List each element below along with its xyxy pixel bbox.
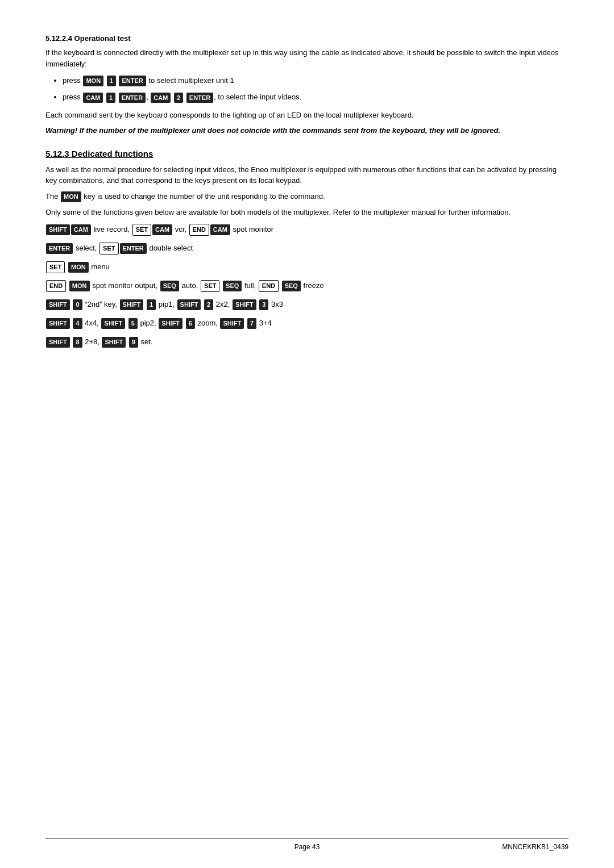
key-2-f5: 2 [204,299,213,310]
func-line-3: SET MON menu [45,260,569,274]
key-seq-f4a: SEQ [160,281,179,291]
func-line-5: SHIFT 0 “2nd” key, SHIFT 1 pip1, SHIFT 2… [45,297,569,312]
section-5123-para3: Only some of the functions given below a… [45,207,569,218]
page-content: 5.12.2.4 Operational test If the keyboar… [0,0,614,868]
text-f1b: vcr, [175,225,189,233]
footer-doc-id: MNNCEKRKB1_0439 [502,843,569,851]
key-5-f6: 5 [128,318,138,329]
text-f7b: set. [141,337,153,346]
key-mon-f4: MON [69,281,90,291]
text-f5d: 3x3 [271,300,283,308]
section-5122: 5.12.2.4 Operational test If the keyboar… [45,34,569,136]
key-set-f1: SET [132,224,151,236]
key-set-f4: SET [201,280,219,292]
section-5122-title: 5.12.2.4 Operational test [45,34,569,43]
key-enter-2: ENTER [119,93,146,103]
text-f3: menu [91,262,110,271]
key-shift-f5c: SHIFT [177,299,201,310]
text-f6b: pip2, [140,319,159,327]
section-5122-warning: Warning! If the number of the multiplexe… [45,125,569,136]
text-f2b: double select [149,244,193,252]
bullet-item-1: press MON 1 ENTER to select multiplexer … [63,74,569,87]
text-f2a: select, [76,244,99,252]
key-1-2: 1 [106,93,115,103]
text-f6d: 3+4 [259,319,272,327]
section-5123-title: 5.12.3 Dedicated functions [45,149,569,158]
key-shift-f6b: SHIFT [101,318,125,329]
key-9-f7: 9 [129,337,138,348]
key-mon-f3: MON [68,262,89,273]
bullet-list: press MON 1 ENTER to select multiplexer … [63,74,569,104]
section-5122-para2: Each command sent by the keyboard corres… [45,110,569,121]
key-shift-f6a: SHIFT [46,318,70,329]
text-f5c: 2x2, [216,300,232,308]
bullet-item-2: press CAM 1 ENTER, CAM 2 ENTER, to selec… [63,90,569,103]
key-end-f1: END [189,224,209,236]
key-enter-f2b: ENTER [120,243,147,254]
key-enter-1: ENTER [119,76,146,86]
key-cam-f1b: CAM [152,224,172,235]
key-2-1: 2 [174,93,183,103]
section-5122-para1: If the keyboard is connected directly wi… [45,47,569,69]
key-shift-f5a: SHIFT [46,299,70,310]
key-cam-f1: CAM [71,224,91,235]
key-shift-f6d: SHIFT [220,318,244,329]
key-shift-f1: SHIFT [46,224,70,235]
text-f6a: 4x4, [85,319,101,327]
key-1-1: 1 [107,76,116,86]
text-f4b: auto, [182,281,201,290]
section-5123-para2: The MON key is used to change the number… [45,191,569,202]
key-0-f5: 0 [73,299,82,310]
key-mon-1: MON [83,76,103,86]
text-f7a: 2+8, [85,337,101,346]
key-cam-1: CAM [83,93,103,103]
text-f5b: pip1, [159,300,177,308]
key-shift-f7a: SHIFT [46,337,70,348]
key-4-f6: 4 [73,318,82,329]
key-cam-f1c: CAM [210,224,230,235]
section-5123: 5.12.3 Dedicated functions As well as th… [45,149,569,349]
key-shift-f7b: SHIFT [102,337,126,348]
text-f4d: freeze [304,281,324,290]
section-5123-para1: As well as the normal procedure for sele… [45,164,569,186]
func-line-6: SHIFT 4 4x4, SHIFT 5 pip2, SHIFT 6 zoom,… [45,316,569,331]
key-end-f4: END [46,280,66,292]
key-set-f2: SET [99,243,118,254]
page-footer: Page 43 MNNCEKRKB1_0439 [45,838,569,851]
key-shift-f5b: SHIFT [120,299,144,310]
func-line-1: SHIFTCAM live record, SETCAM vcr, ENDCAM… [45,222,569,237]
key-7-f6: 7 [247,318,256,329]
footer-page-label: Page 43 [294,843,320,851]
key-cam-2: CAM [151,93,171,103]
key-mon-main: MON [61,191,81,202]
text-f4c: full, [244,281,258,290]
func-line-7: SHIFT 8 2+8, SHIFT 9 set. [45,335,569,349]
text-f4a: spot monitor output, [92,281,160,290]
key-end-f4b: END [259,280,279,292]
func-line-4: END MON spot monitor output, SEQ auto, S… [45,278,569,293]
key-set-f3: SET [46,261,65,273]
key-seq-f4c: SEQ [282,281,301,291]
key-enter-f2: ENTER [46,243,73,254]
text-f1c: spot monitor [233,225,274,233]
key-enter-3: ENTER [186,93,213,103]
key-6-f6: 6 [186,318,195,329]
key-8-f7: 8 [73,337,82,348]
text-f5a: “2nd” key, [85,300,119,308]
key-1-f5: 1 [147,299,156,310]
key-3-f5: 3 [259,299,268,310]
text-f6c: zoom, [197,319,219,327]
text-f1a: live record, [93,225,131,233]
key-seq-f4b: SEQ [223,281,242,291]
key-shift-f5d: SHIFT [233,299,256,310]
func-line-2: ENTER select, SETENTER double select [45,241,569,256]
key-shift-f6c: SHIFT [159,318,182,329]
